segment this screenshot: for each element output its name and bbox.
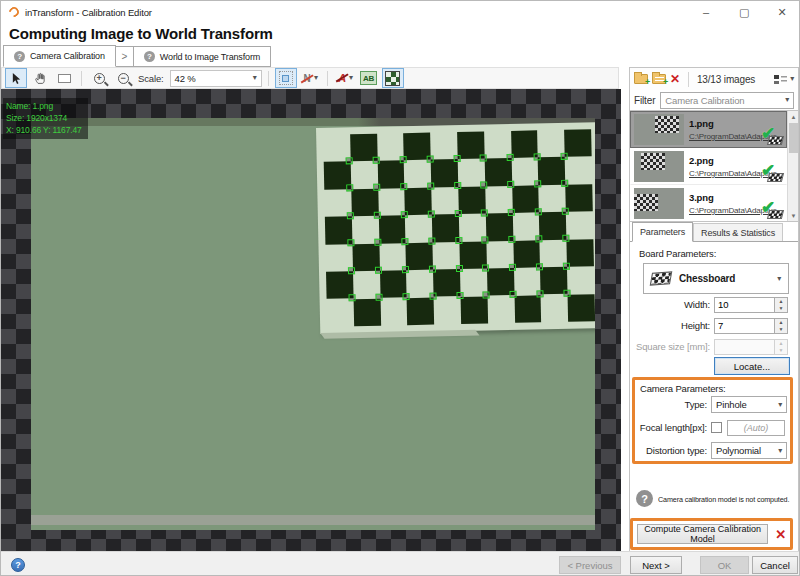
scale-value: 42 % xyxy=(175,73,196,84)
corner-marker xyxy=(563,262,570,269)
focal-length-input[interactable] xyxy=(727,420,785,436)
chessboard-target xyxy=(316,122,595,334)
corner-marker xyxy=(561,180,568,187)
scale-combobox[interactable]: 42 % ▾ xyxy=(170,70,262,87)
image-list-item-1[interactable]: 1.png C:\ProgramData\Adaptive... ✔ xyxy=(630,111,787,148)
corner-marker xyxy=(373,184,380,191)
located-status: ✔ xyxy=(761,201,783,219)
board-dark-square xyxy=(353,298,380,326)
hide-names-button[interactable]: N ▾ xyxy=(299,68,321,88)
view-mode-button[interactable]: ▾ xyxy=(774,75,794,84)
chevron-down-icon: ▾ xyxy=(349,74,353,82)
image-list-item-3[interactable]: 3.png C:\ProgramData\Adaptive... ✔ xyxy=(630,185,787,222)
spin-down-icon[interactable]: ▼ xyxy=(775,326,787,333)
parameter-tab-strip: Parameters Results & Statistics xyxy=(630,222,798,242)
corner-marker xyxy=(402,293,409,300)
help-icon[interactable]: ? xyxy=(11,558,25,572)
ab-compare-button[interactable]: AB xyxy=(358,68,380,88)
width-stepper[interactable]: ▲▼ xyxy=(714,297,788,313)
status-row: ? Camera calibration model is not comput… xyxy=(636,490,796,510)
corner-marker xyxy=(483,291,490,298)
tab-parameters[interactable]: Parameters xyxy=(632,222,693,242)
corner-marker xyxy=(560,153,567,160)
corner-marker xyxy=(429,293,436,300)
hide-annotations-button[interactable]: A ▾ xyxy=(334,68,356,88)
add-image-folder-button[interactable]: + xyxy=(652,74,666,84)
pan-tool-button[interactable] xyxy=(29,68,51,88)
zoom-out-icon: − xyxy=(118,73,129,84)
height-stepper[interactable]: ▲▼ xyxy=(714,318,788,334)
focal-length-checkbox[interactable] xyxy=(711,422,722,433)
scroll-down-icon[interactable]: ▼ xyxy=(788,210,798,221)
height-input[interactable] xyxy=(715,319,774,333)
board-dark-square xyxy=(568,294,595,322)
next-button[interactable]: Next > xyxy=(630,556,682,574)
chevron-down-icon: ▾ xyxy=(253,74,257,82)
corner-marker xyxy=(349,294,356,301)
scrollbar-thumb[interactable] xyxy=(789,123,798,153)
image-name-line: Name: 1.png xyxy=(6,100,82,112)
tab-world-to-image[interactable]: ? World to Image Transform xyxy=(133,46,271,67)
corner-marker xyxy=(480,182,487,189)
select-tool-button[interactable] xyxy=(5,68,27,88)
wizard-tab-strip: ? Camera Calibration > ? World to Image … xyxy=(3,45,271,67)
corner-marker xyxy=(456,292,463,299)
corner-marker xyxy=(536,290,543,297)
board-dark-square xyxy=(565,184,592,212)
compute-calibration-button[interactable]: Compute Camera Calibration Model xyxy=(637,524,768,544)
fit-to-view-button[interactable] xyxy=(275,68,297,88)
corner-marker xyxy=(481,209,488,216)
board-dark-square xyxy=(514,295,541,323)
corner-marker xyxy=(346,157,353,164)
type-label: Type: xyxy=(633,399,707,410)
zoom-in-button[interactable]: + xyxy=(88,68,110,88)
rect-select-tool-button[interactable] xyxy=(53,68,75,88)
focal-length-row: Focal length[px]: xyxy=(633,419,787,436)
maximize-button[interactable]: ▢ xyxy=(725,1,763,23)
ab-icon: AB xyxy=(360,71,377,85)
checkered-flag-icon xyxy=(650,271,673,285)
filter-combobox[interactable]: Camera Calibration ▾ xyxy=(660,92,794,109)
add-image-button[interactable]: + xyxy=(634,74,648,84)
board-type-value: Chessboard xyxy=(679,273,735,284)
chevron-down-icon: ▾ xyxy=(777,275,781,283)
chevron-down-icon: ▾ xyxy=(778,447,782,455)
image-list-toolbar: + + ✕ 13/13 images ▾ xyxy=(630,68,798,90)
board-type-combobox[interactable]: Chessboard ▾ xyxy=(643,263,789,294)
zoom-out-button[interactable]: − xyxy=(112,68,134,88)
board-dark-square xyxy=(461,296,488,324)
calibration-editor-window: inTransform - Calibration Editor – ▢ ✕ C… xyxy=(0,0,800,576)
width-input[interactable] xyxy=(715,298,774,312)
image-viewport[interactable]: Name: 1.png Size: 1920x1374 X: 910.66 Y:… xyxy=(1,89,621,551)
corner-marker xyxy=(563,290,570,297)
cancel-button[interactable]: Cancel xyxy=(752,556,798,574)
tab-camera-calibration[interactable]: ? Camera Calibration xyxy=(3,45,116,67)
title-bar: inTransform - Calibration Editor – ▢ ✕ xyxy=(1,1,800,23)
spin-down-icon: ▼ xyxy=(775,347,787,354)
corner-marker xyxy=(455,237,462,244)
viewer-toolbar: + − Scale: 42 % ▾ N ▾ A ▾ AB xyxy=(1,67,619,89)
image-list-scrollbar[interactable]: ▲ ▼ xyxy=(787,111,798,221)
spin-up-icon[interactable]: ▲ xyxy=(775,319,787,326)
image-list-item-2[interactable]: 2.png C:\ProgramData\Adaptive... ✔ xyxy=(630,148,787,185)
no-annotations-icon: A xyxy=(336,72,348,84)
show-pattern-button[interactable] xyxy=(382,68,404,88)
square-size-input xyxy=(715,340,774,354)
no-names-icon: N xyxy=(301,73,313,84)
spin-down-icon[interactable]: ▼ xyxy=(775,305,787,312)
toolbar-separator xyxy=(81,71,82,86)
camera-type-combobox[interactable]: Pinhole ▾ xyxy=(711,396,787,413)
corner-marker xyxy=(374,239,381,246)
minimize-button[interactable]: – xyxy=(687,1,725,23)
tab-results-statistics[interactable]: Results & Statistics xyxy=(693,223,783,241)
remove-image-button[interactable]: ✕ xyxy=(670,73,680,85)
close-button[interactable]: ✕ xyxy=(763,1,800,23)
distortion-combobox[interactable]: Polynomial ▾ xyxy=(711,442,787,459)
calibration-image[interactable] xyxy=(31,118,595,530)
locate-button[interactable]: Locate... xyxy=(714,357,790,375)
corner-marker xyxy=(535,208,542,215)
spin-up-icon[interactable]: ▲ xyxy=(775,298,787,305)
board-dark-square xyxy=(567,239,594,267)
board-width-row: Width: ▲▼ xyxy=(630,296,790,313)
scroll-up-icon[interactable]: ▲ xyxy=(788,111,798,122)
